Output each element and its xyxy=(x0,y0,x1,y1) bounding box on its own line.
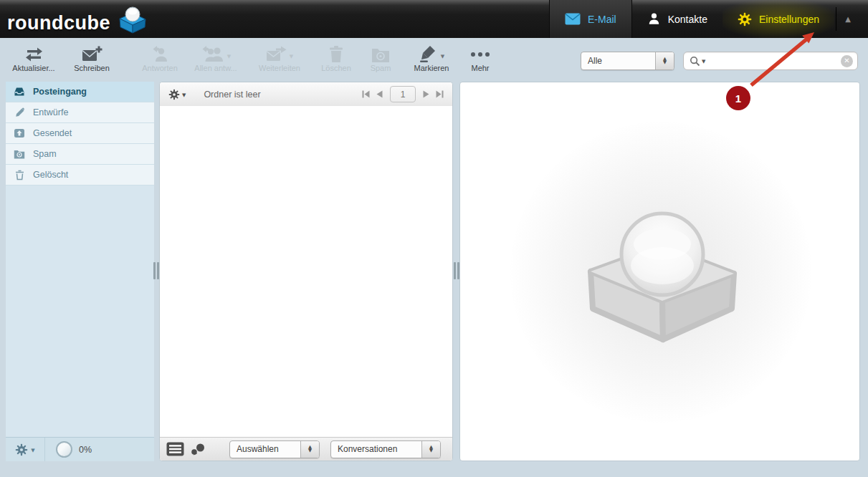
sent-icon xyxy=(14,128,25,138)
mark-label: Markieren xyxy=(414,64,449,72)
topbar-tabs: E-Mail Kontakte xyxy=(549,0,858,38)
preview-panel xyxy=(459,82,860,461)
next-page-button[interactable] xyxy=(423,90,429,98)
folder-label: Gelöscht xyxy=(33,170,68,180)
sidebar-item-posteingang[interactable]: Posteingang xyxy=(6,82,154,102)
list-view-icon[interactable] xyxy=(166,442,184,456)
more-label: Mehr xyxy=(471,64,489,72)
chevron-down-icon: ▼ xyxy=(182,93,186,98)
roundcube-watermark-icon xyxy=(568,187,754,359)
more-dots-icon xyxy=(471,52,490,57)
delete-button[interactable]: Löschen xyxy=(313,41,360,72)
quota-percent: 0% xyxy=(79,445,92,455)
chevron-down-icon: ▼ xyxy=(31,448,34,453)
reply-all-icon xyxy=(201,44,225,63)
select-arrows-icon: ▲▼ xyxy=(655,52,674,69)
topbar-divider xyxy=(836,7,836,31)
search-input[interactable] xyxy=(705,56,841,66)
pencil-icon xyxy=(14,107,25,118)
pagination: 1 xyxy=(362,86,444,102)
list-options-button[interactable]: ▼ xyxy=(168,89,186,100)
tab-kontakte[interactable]: Kontakte xyxy=(632,0,722,38)
first-page-button[interactable] xyxy=(362,90,370,98)
contacts-icon xyxy=(647,12,661,26)
sidebar-item-gesendet[interactable]: Gesendet xyxy=(6,123,154,144)
logo-text: roundcube xyxy=(7,12,110,34)
select-arrows-icon: ▲▼ xyxy=(300,441,319,458)
reply-all-label: Allen antw... xyxy=(194,64,237,72)
sidebar-item-entwuerfe[interactable]: Entwürfe xyxy=(6,102,154,123)
quota-circle-icon xyxy=(56,441,72,458)
splitter-left[interactable] xyxy=(153,262,159,279)
trash-icon xyxy=(15,170,24,180)
app-logo[interactable]: roundcube xyxy=(7,4,148,34)
search-scope-value: Alle xyxy=(581,56,655,66)
delete-label: Löschen xyxy=(321,64,351,72)
folder-label: Gesendet xyxy=(33,128,72,138)
search-icon[interactable] xyxy=(690,56,700,67)
reply-label: Antworten xyxy=(142,64,178,72)
select-arrows-icon: ▲▼ xyxy=(421,441,440,458)
tab-einstellungen-label: Einstellungen xyxy=(759,14,819,25)
mark-button[interactable]: ▼ Markieren xyxy=(401,41,462,72)
list-mode-dropdown[interactable]: Konversationen ▲▼ xyxy=(330,440,441,458)
mail-icon xyxy=(565,13,581,25)
reply-all-button[interactable]: ▼ Allen antw... xyxy=(185,41,247,72)
compose-label: Schreiben xyxy=(74,64,110,72)
settings-gear-icon xyxy=(738,12,752,26)
message-list-footer: Auswählen ▲▼ Konversationen ▲▼ xyxy=(160,437,452,461)
last-page-button[interactable] xyxy=(436,90,444,98)
more-button[interactable]: Mehr xyxy=(462,41,499,72)
chevron-down-icon: ▼ xyxy=(290,54,293,59)
message-list-header: ▼ Ordner ist leer 1 xyxy=(160,82,452,107)
compose-icon xyxy=(81,44,102,63)
chevron-down-icon: ▼ xyxy=(227,54,231,59)
clear-search-icon[interactable]: ✕ xyxy=(841,55,853,67)
refresh-label: Aktualisier... xyxy=(12,64,54,72)
folder-empty-status: Ordner ist leer xyxy=(204,90,260,100)
list-mode-value: Konversationen xyxy=(331,444,421,454)
roundcube-logo-icon xyxy=(115,4,148,34)
message-list-body[interactable] xyxy=(160,106,452,437)
page-number[interactable]: 1 xyxy=(390,86,416,102)
spam-button[interactable]: Spam xyxy=(360,41,401,72)
folder-sidebar: Posteingang Entwürfe Gesendet Spam Gelös… xyxy=(6,82,154,461)
inbox-icon xyxy=(14,87,25,97)
collapse-topbar-button[interactable]: ▲ xyxy=(838,0,858,38)
reply-button[interactable]: Antworten xyxy=(135,41,185,72)
compose-button[interactable]: Schreiben xyxy=(62,41,122,72)
folder-label: Entwürfe xyxy=(33,107,68,117)
reply-icon xyxy=(151,44,169,63)
folder-label: Spam xyxy=(33,149,57,159)
refresh-button[interactable]: Aktualisier... xyxy=(6,41,62,72)
topbar: roundcube E-Mail Kontakte xyxy=(0,0,868,38)
select-messages-value: Auswählen xyxy=(230,444,300,454)
mail-toolbar: Aktualisier... Schreiben Antworten ▼ All… xyxy=(6,41,499,72)
tab-email-label: E-Mail xyxy=(588,14,616,25)
prev-page-button[interactable] xyxy=(376,90,383,98)
forward-icon xyxy=(266,45,287,63)
tab-einstellungen[interactable]: Einstellungen xyxy=(722,0,834,38)
splitter-right[interactable] xyxy=(454,262,459,279)
spam-folder-icon xyxy=(371,47,390,63)
gear-icon xyxy=(168,89,180,100)
forward-label: Weiterleiten xyxy=(259,64,300,72)
folder-actions-button[interactable]: ▼ xyxy=(6,438,45,461)
sidebar-item-spam[interactable]: Spam xyxy=(6,144,154,165)
sidebar-item-geloescht[interactable]: Gelöscht xyxy=(6,165,154,186)
select-messages-dropdown[interactable]: Auswählen ▲▼ xyxy=(229,440,320,458)
gear-icon xyxy=(15,443,28,456)
threads-icon[interactable] xyxy=(191,443,206,456)
folder-label: Posteingang xyxy=(33,87,87,97)
tab-email[interactable]: E-Mail xyxy=(549,0,632,38)
spam-label: Spam xyxy=(371,64,391,72)
quota-indicator: 0% xyxy=(56,441,92,458)
forward-button[interactable]: ▼ Weiterleiten xyxy=(247,41,313,72)
refresh-icon xyxy=(24,46,44,63)
search-box: ▼ ✕ xyxy=(683,52,858,70)
trash-icon xyxy=(328,45,344,63)
message-list-panel: ▼ Ordner ist leer 1 Auswählen ▲▼ xyxy=(159,82,453,461)
search-scope-select[interactable]: Alle ▲▼ xyxy=(581,52,674,70)
chevron-down-icon: ▼ xyxy=(441,54,444,59)
marker-icon xyxy=(419,44,439,63)
